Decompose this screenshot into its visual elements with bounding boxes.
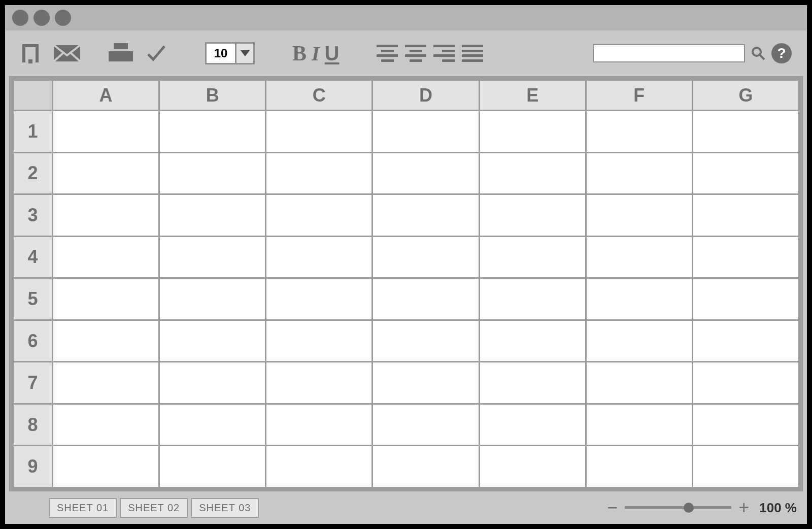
- cell-G6[interactable]: [692, 320, 799, 362]
- mail-button[interactable]: [53, 43, 81, 63]
- cell-format-button[interactable]: [521, 46, 554, 61]
- zoom-slider[interactable]: [625, 506, 731, 509]
- row-header-1[interactable]: 1: [13, 111, 53, 153]
- cell-D2[interactable]: [373, 152, 479, 194]
- sheet-tab-3[interactable]: SHEET 03: [191, 498, 259, 518]
- align-justify-button[interactable]: [462, 45, 483, 62]
- cell-D1[interactable]: [373, 111, 479, 153]
- cell-D7[interactable]: [373, 362, 479, 404]
- cell-B5[interactable]: [159, 278, 266, 320]
- cell-B3[interactable]: [159, 194, 266, 237]
- cell-E8[interactable]: [479, 404, 586, 446]
- cell-F6[interactable]: [586, 320, 692, 362]
- row-header-8[interactable]: 8: [13, 404, 53, 446]
- cell-G2[interactable]: [692, 152, 799, 194]
- column-header-F[interactable]: F: [586, 80, 692, 111]
- column-header-A[interactable]: A: [53, 80, 159, 111]
- underline-button[interactable]: U: [325, 42, 340, 65]
- cell-C8[interactable]: [266, 404, 373, 446]
- help-button[interactable]: ?: [771, 43, 792, 63]
- align-center-button[interactable]: [405, 45, 426, 62]
- column-header-G[interactable]: G: [692, 80, 799, 111]
- search-input[interactable]: [593, 44, 745, 62]
- cell-A4[interactable]: [53, 236, 159, 278]
- cell-A9[interactable]: [53, 446, 159, 488]
- cell-E2[interactable]: [479, 152, 586, 194]
- cell-G3[interactable]: [692, 194, 799, 237]
- select-all-corner[interactable]: [13, 80, 53, 111]
- row-header-7[interactable]: 7: [13, 362, 53, 404]
- cell-E4[interactable]: [479, 236, 586, 278]
- cell-A2[interactable]: [53, 152, 159, 194]
- cell-D4[interactable]: [373, 236, 479, 278]
- cell-E7[interactable]: [479, 362, 586, 404]
- column-header-C[interactable]: C: [266, 80, 373, 111]
- cell-G9[interactable]: [692, 446, 799, 488]
- cell-A5[interactable]: [53, 278, 159, 320]
- cell-B4[interactable]: [159, 236, 266, 278]
- cell-C9[interactable]: [266, 446, 373, 488]
- row-header-2[interactable]: 2: [13, 152, 53, 194]
- cell-D8[interactable]: [373, 404, 479, 446]
- cell-F9[interactable]: [586, 446, 692, 488]
- cell-E1[interactable]: [479, 111, 586, 153]
- cell-A6[interactable]: [53, 320, 159, 362]
- sheet-tab-2[interactable]: SHEET 02: [120, 498, 188, 518]
- font-size-selector[interactable]: 10: [205, 42, 255, 64]
- cell-F4[interactable]: [586, 236, 692, 278]
- zoom-slider-thumb[interactable]: [684, 503, 694, 513]
- row-header-3[interactable]: 3: [13, 194, 53, 237]
- row-header-5[interactable]: 5: [13, 278, 53, 320]
- align-left-button[interactable]: [377, 45, 398, 62]
- cell-C5[interactable]: [266, 278, 373, 320]
- cell-C3[interactable]: [266, 194, 373, 237]
- cell-A3[interactable]: [53, 194, 159, 237]
- confirm-button[interactable]: [145, 42, 167, 64]
- cell-E5[interactable]: [479, 278, 586, 320]
- cell-D9[interactable]: [373, 446, 479, 488]
- font-size-dropdown[interactable]: [235, 44, 253, 63]
- cell-E3[interactable]: [479, 194, 586, 237]
- column-header-D[interactable]: D: [373, 80, 479, 111]
- cell-A8[interactable]: [53, 404, 159, 446]
- window-control-minimize[interactable]: [33, 10, 50, 26]
- cell-F7[interactable]: [586, 362, 692, 404]
- cell-F1[interactable]: [586, 111, 692, 153]
- cell-B8[interactable]: [159, 404, 266, 446]
- column-header-B[interactable]: B: [159, 80, 266, 111]
- save-button[interactable]: [19, 42, 42, 64]
- window-control-maximize[interactable]: [55, 10, 71, 26]
- cell-B7[interactable]: [159, 362, 266, 404]
- cell-A7[interactable]: [53, 362, 159, 404]
- cell-E6[interactable]: [479, 320, 586, 362]
- cell-F3[interactable]: [586, 194, 692, 237]
- row-header-9[interactable]: 9: [13, 446, 53, 488]
- cell-C4[interactable]: [266, 236, 373, 278]
- italic-button[interactable]: I: [312, 42, 320, 65]
- cell-E9[interactable]: [479, 446, 586, 488]
- cell-F2[interactable]: [586, 152, 692, 194]
- cell-B6[interactable]: [159, 320, 266, 362]
- cell-F5[interactable]: [586, 278, 692, 320]
- cell-D3[interactable]: [373, 194, 479, 237]
- cell-C7[interactable]: [266, 362, 373, 404]
- cell-G7[interactable]: [692, 362, 799, 404]
- sheet-tab-1[interactable]: SHEET 01: [49, 498, 117, 518]
- column-header-E[interactable]: E: [479, 80, 586, 111]
- search-button[interactable]: [751, 46, 765, 60]
- cell-C2[interactable]: [266, 152, 373, 194]
- cell-B2[interactable]: [159, 152, 266, 194]
- cell-F8[interactable]: [586, 404, 692, 446]
- cell-G5[interactable]: [692, 278, 799, 320]
- zoom-in-button[interactable]: +: [736, 497, 751, 518]
- window-control-close[interactable]: [12, 10, 28, 26]
- zoom-out-button[interactable]: −: [605, 497, 620, 518]
- row-header-4[interactable]: 4: [13, 236, 53, 278]
- cell-C1[interactable]: [266, 111, 373, 153]
- bold-button[interactable]: B: [292, 41, 307, 65]
- cell-B1[interactable]: [159, 111, 266, 153]
- cell-D5[interactable]: [373, 278, 479, 320]
- cell-A1[interactable]: [53, 111, 159, 153]
- cell-G1[interactable]: [692, 111, 799, 153]
- cell-D6[interactable]: [373, 320, 479, 362]
